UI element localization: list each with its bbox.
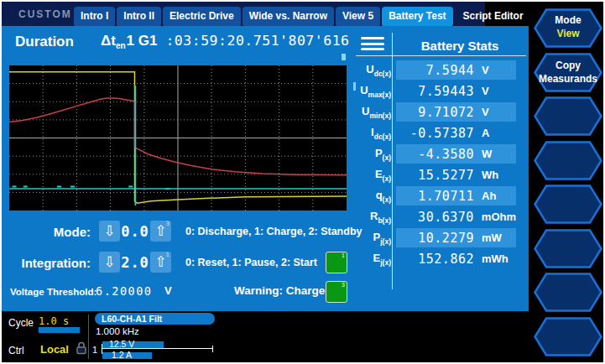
chart-marker-icon (342, 54, 346, 60)
stat-label: Umax(x) (354, 84, 393, 99)
stat-value: 152.862 (396, 252, 474, 267)
softkey-button[interactable] (534, 229, 602, 268)
stat-unit: mW (482, 231, 502, 244)
softkey-button[interactable]: Copy Measurands (534, 53, 602, 92)
stat-label: Ej(x) (354, 252, 393, 267)
device-mode-label: CUSTOM (18, 8, 72, 20)
integration-hint: 0: Reset, 1: Pause, 2: Start (185, 257, 317, 268)
stat-value: -4.3580 (396, 147, 474, 162)
stat-value: 30.6370 (396, 210, 474, 225)
tab[interactable]: Battery Test (382, 7, 452, 26)
stat-value: 10.2279 (396, 231, 474, 246)
softkey-button[interactable] (534, 96, 602, 136)
mode-increment-button[interactable]: ⇧3 (150, 221, 171, 242)
softkey-button[interactable] (534, 317, 602, 356)
softkey-button[interactable] (534, 141, 602, 180)
tab[interactable]: View 5 (336, 7, 380, 26)
tab[interactable]: Intro II (117, 7, 161, 26)
stat-row: Udc(x) 7.5944 V (354, 60, 529, 81)
stat-label: Rb(x) (354, 210, 393, 225)
softkey-line1: Mode (555, 15, 581, 25)
tab[interactable]: Intro I (74, 7, 115, 26)
cycle-progress-bar (39, 327, 80, 333)
hamburger-icon[interactable] (361, 37, 384, 51)
stat-unit: V (482, 64, 489, 76)
stat-value-band: 15.5277 Wh (396, 165, 516, 185)
voltage-threshold-label: Voltage Threshold: (10, 287, 96, 297)
stat-value-band: 7.5944 V (396, 60, 516, 80)
mode-stepper: ⇩ 0.0 ⇧3 (99, 221, 171, 242)
stat-unit: Ah (482, 190, 496, 202)
stat-value-band: 1.70711 Ah (396, 186, 516, 205)
stat-row: Umax(x) 7.59443 V (354, 81, 529, 101)
stat-label: Udc(x) (354, 63, 393, 78)
duration-symbol: Δt (101, 33, 116, 49)
current-range-value: 1.2 A (112, 350, 132, 360)
duration-group: 1 G1 (127, 33, 158, 49)
stat-row: q(x) 1.70711 Ah (354, 185, 529, 206)
stat-value: 7.59443 (396, 84, 474, 99)
stat-row: Idc(x) -0.57387 A (354, 122, 529, 143)
cycle-value: 1.0 s (39, 315, 69, 327)
stat-row: P(x) -4.3580 W (354, 143, 529, 164)
stat-value-band: -4.3580 W (396, 144, 516, 164)
tab[interactable]: Script Editor (455, 7, 532, 26)
mode-value: 0.0 (120, 223, 150, 240)
ctrl-local-value[interactable]: Local (40, 343, 69, 356)
stat-value-band: 7.59443 V (396, 81, 516, 101)
tab[interactable]: Electric Drive (163, 7, 241, 26)
mode-label: Mode: (18, 225, 91, 239)
voltage-threshold-value: 6.20000 (96, 284, 152, 298)
sample-rate-value: 1.000 kHz (96, 326, 139, 336)
stat-value-band: 10.2279 mW (396, 228, 516, 247)
stat-value-band: 152.862 mWh (396, 249, 516, 268)
waveform-svg (9, 65, 347, 211)
stat-row: Umin(x) 9.71072 V (354, 101, 529, 122)
mode-hint: 0: Discharge, 1: Charge, 2: Standby (185, 226, 362, 237)
tab[interactable]: Wide vs. Narrow (243, 7, 334, 26)
channel-number: 1 (92, 345, 97, 355)
arrow-down-icon: ⇩ (103, 222, 115, 239)
stat-value: 1.70711 (396, 189, 474, 204)
softkey-list: Mode View Copy Measurands (534, 8, 602, 356)
range-axis-tick-right (212, 346, 213, 352)
softkey-button[interactable]: Mode View (534, 8, 602, 48)
channel-pill[interactable]: L60-CH-A1 Filt (95, 313, 215, 325)
mode-decrement-button[interactable]: ⇩ (99, 221, 120, 242)
softkey-button[interactable] (534, 185, 602, 224)
stat-unit: mOhm (482, 211, 516, 223)
waveform-chart (9, 65, 347, 211)
integration-increment-button[interactable]: ⇧1 (150, 252, 171, 273)
stat-unit: V (482, 106, 489, 118)
arrow-up-icon: ⇧ (154, 253, 166, 270)
duration-readout: Δten1 G1:03:59:20.751'807'616 (101, 33, 350, 50)
softkey-line1: Copy (555, 60, 581, 70)
stat-row: Ej(x) 152.862 mWh (354, 248, 529, 269)
integration-value: 2.0 (120, 254, 150, 271)
stat-value-band: 30.6370 mOhm (396, 207, 516, 226)
stat-value: 9.71072 (396, 105, 474, 120)
warning-status-indicator: 3 (326, 281, 347, 303)
softkey-line2: View (556, 29, 579, 39)
stat-unit: Wh (482, 169, 498, 181)
stats-header-divider (356, 55, 526, 56)
cycle-label: Cycle (8, 317, 34, 329)
lock-icon (76, 341, 87, 355)
softkey-sidebar: Mode View Copy Measurands (529, 2, 603, 362)
stat-label: Umin(x) (354, 105, 393, 120)
stat-value: 15.5277 (396, 168, 474, 183)
integration-decrement-button[interactable]: ⇩ (99, 252, 120, 273)
main-panel: Duration Δten1 G1:03:59:20.751'807'616 M… (2, 26, 529, 311)
softkey-button[interactable] (534, 273, 602, 312)
arrow-up-icon: ⇧ (154, 222, 166, 239)
stat-value: 7.5944 (396, 63, 474, 78)
stat-unit: V (482, 85, 489, 97)
stat-unit: A (482, 127, 489, 139)
stats-title: Battery Stats (394, 39, 525, 53)
instrument-screen: CUSTOM Intro I Intro II Electric Drive W… (0, 0, 605, 364)
statusbar-divider (88, 315, 89, 359)
ctrl-label: Ctrl (8, 345, 24, 356)
stat-label: Pj(x) (354, 231, 393, 246)
battery-stats-panel: Battery Stats Udc(x) 7.5944 V (354, 29, 529, 306)
stat-label: P(x) (354, 147, 393, 162)
